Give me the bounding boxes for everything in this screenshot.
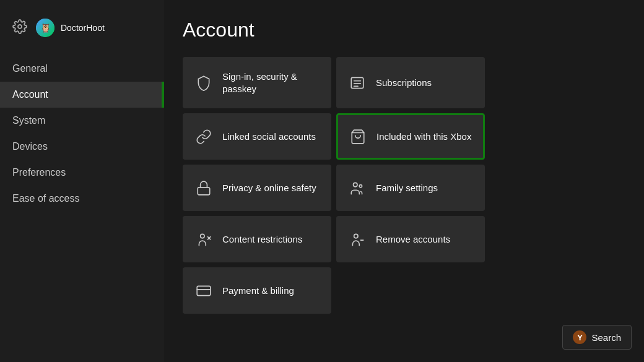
sidebar-item-account[interactable]: Account bbox=[0, 82, 164, 108]
tile-subscriptions-label: Subscriptions bbox=[376, 77, 432, 89]
tile-privacy-safety-label: Privacy & online safety bbox=[222, 182, 316, 194]
tile-included-xbox-label: Included with this Xbox bbox=[376, 131, 471, 143]
tile-payment-billing[interactable]: Payment & billing bbox=[183, 267, 331, 314]
sidebar-item-devices[interactable]: Devices bbox=[0, 134, 164, 160]
tile-subscriptions[interactable]: Subscriptions bbox=[336, 57, 485, 108]
tile-payment-billing-label: Payment & billing bbox=[222, 285, 294, 297]
sidebar-item-preferences[interactable]: Preferences bbox=[0, 160, 164, 186]
svg-rect-8 bbox=[198, 187, 210, 194]
card-icon bbox=[195, 282, 212, 300]
person-remove-icon bbox=[349, 231, 366, 248]
svg-point-11 bbox=[201, 234, 205, 238]
search-button[interactable]: Y Search bbox=[562, 325, 632, 350]
tile-linked-social[interactable]: Linked social accounts bbox=[183, 113, 331, 160]
svg-text:🦉: 🦉 bbox=[40, 23, 51, 33]
sidebar-username: DoctorHoot bbox=[61, 23, 105, 33]
svg-point-14 bbox=[354, 234, 359, 238]
sidebar-nav: General Account System Devices Preferenc… bbox=[0, 56, 164, 212]
sidebar-item-system[interactable]: System bbox=[0, 108, 164, 134]
main-content: Account Sign-in, security & passkey Su bbox=[164, 0, 644, 362]
lock-icon bbox=[195, 179, 212, 197]
sidebar: 🦉 DoctorHoot General Account System Devi… bbox=[0, 0, 164, 362]
svg-point-9 bbox=[354, 183, 358, 187]
tile-included-xbox[interactable]: Included with this Xbox bbox=[336, 113, 485, 160]
tile-family-settings[interactable]: Family settings bbox=[336, 165, 485, 211]
gear-icon bbox=[12, 19, 30, 37]
sidebar-item-general[interactable]: General bbox=[0, 56, 164, 82]
avatar: 🦉 bbox=[36, 19, 54, 37]
svg-rect-16 bbox=[197, 286, 211, 295]
page-title: Account bbox=[183, 19, 625, 41]
settings-grid: Sign-in, security & passkey Subscription… bbox=[183, 57, 625, 314]
tile-family-settings-label: Family settings bbox=[376, 182, 438, 194]
tile-sign-in-security-label: Sign-in, security & passkey bbox=[222, 71, 319, 95]
link-icon bbox=[195, 128, 212, 145]
svg-point-10 bbox=[359, 184, 362, 187]
person-restrict-icon bbox=[195, 231, 212, 248]
tile-content-restrictions-label: Content restrictions bbox=[222, 233, 302, 246]
tile-sign-in-security[interactable]: Sign-in, security & passkey bbox=[183, 57, 331, 108]
search-label: Search bbox=[591, 332, 621, 343]
bag-icon bbox=[349, 128, 367, 145]
tile-remove-accounts-label: Remove accounts bbox=[376, 233, 450, 246]
tile-linked-social-label: Linked social accounts bbox=[222, 131, 316, 143]
list-icon bbox=[349, 74, 366, 92]
tile-remove-accounts[interactable]: Remove accounts bbox=[336, 216, 485, 262]
tile-privacy-safety[interactable]: Privacy & online safety bbox=[183, 165, 331, 211]
sidebar-item-ease-of-access[interactable]: Ease of access bbox=[0, 186, 164, 212]
shield-icon bbox=[195, 74, 212, 92]
family-icon bbox=[349, 179, 366, 197]
sidebar-header: 🦉 DoctorHoot bbox=[0, 12, 164, 56]
svg-point-0 bbox=[18, 25, 22, 28]
tile-content-restrictions[interactable]: Content restrictions bbox=[183, 216, 331, 262]
y-button-icon: Y bbox=[573, 330, 586, 344]
